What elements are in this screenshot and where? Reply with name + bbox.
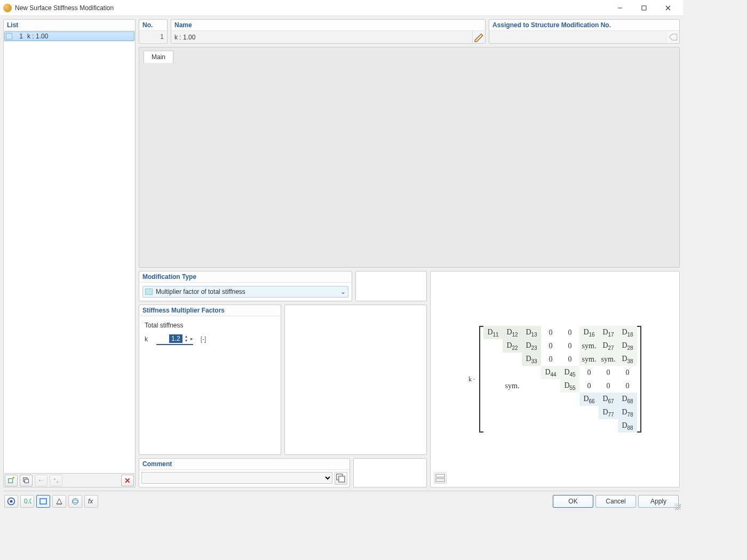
svg-point-15	[10, 500, 13, 502]
stepper-down-icon[interactable]: ▾	[184, 339, 189, 343]
copy-item-button[interactable]	[20, 475, 33, 486]
delete-item-button[interactable]: ✕	[121, 475, 134, 486]
view-rect-button[interactable]	[36, 495, 50, 508]
app-icon	[3, 4, 12, 12]
name-label: Name	[171, 20, 485, 31]
resize-grip[interactable]	[674, 503, 681, 510]
svg-point-8	[54, 478, 56, 480]
comment-select[interactable]	[141, 472, 332, 484]
minimize-button[interactable]	[608, 0, 632, 16]
list-header: List	[4, 20, 135, 31]
list-item-swatch	[6, 33, 12, 39]
svg-rect-6	[25, 479, 28, 483]
view-globe-button[interactable]	[68, 495, 82, 508]
svg-point-9	[57, 481, 59, 483]
list-body[interactable]: 1 k : 1.00	[4, 31, 135, 473]
preview-settings-button[interactable]	[434, 472, 447, 484]
pick-assign-button[interactable]	[666, 31, 679, 43]
svg-text:0.00: 0.00	[24, 498, 31, 505]
name-input[interactable]	[171, 31, 472, 43]
edit-name-button[interactable]	[472, 31, 485, 43]
svg-rect-13	[436, 478, 445, 482]
assigned-label: Assigned to Structure Modification No.	[489, 20, 679, 31]
tab-main[interactable]: Main	[144, 51, 173, 63]
comment-header: Comment	[139, 459, 349, 470]
window-title: New Surface Stiffness Modification	[15, 4, 608, 12]
no-value: 1	[139, 31, 167, 43]
k-value: 1.2	[169, 334, 182, 343]
stiffness-matrix: D11D12D1300D16D17D18 D22D2300sym.D27D28 …	[483, 326, 637, 433]
k-value-stepper[interactable]: 1.2 ▴▾ ▸	[156, 333, 193, 345]
svg-point-20	[73, 500, 78, 502]
comment-side-panel	[353, 458, 427, 487]
comment-library-button[interactable]	[335, 472, 347, 485]
view-structure-button[interactable]	[52, 495, 66, 508]
bottom-bar: 0.00 fx OK Cancel Apply	[3, 491, 680, 509]
new-item-button[interactable]	[5, 475, 18, 486]
toolbar-button-3	[35, 475, 47, 486]
modtype-header: Modification Type	[139, 271, 352, 283]
svg-rect-17	[40, 499, 46, 504]
tab-bar: Main	[139, 47, 680, 268]
svg-rect-1	[642, 6, 646, 10]
modtype-swatch	[145, 289, 153, 295]
view-function-button[interactable]: fx	[84, 495, 98, 508]
k-unit: [-]	[201, 335, 206, 343]
maximize-button[interactable]	[632, 0, 656, 16]
toolbar-button-4	[50, 475, 62, 486]
chevron-down-icon: ⌄	[340, 288, 346, 295]
modtype-select[interactable]: Multiplier factor of total stiffness ⌄	[142, 286, 348, 298]
modtype-value: Multiplier factor of total stiffness	[156, 288, 340, 295]
list-item[interactable]: 1 k : 1.00	[4, 31, 134, 41]
list-toolbar: ✕	[3, 474, 136, 487]
ok-button[interactable]: OK	[553, 495, 593, 508]
titlebar: New Surface Stiffness Modification	[0, 0, 683, 16]
stepper-menu-icon[interactable]: ▸	[190, 336, 193, 341]
help-button[interactable]	[4, 495, 18, 508]
assigned-input[interactable]	[489, 31, 666, 43]
list-item-number: 1	[15, 33, 23, 40]
svg-rect-12	[436, 474, 445, 477]
cancel-button[interactable]: Cancel	[595, 495, 636, 508]
svg-point-7	[39, 479, 41, 482]
k-label: k	[145, 335, 152, 343]
svg-point-19	[73, 498, 78, 504]
svg-rect-11	[339, 476, 345, 482]
svg-text:fx: fx	[88, 498, 93, 505]
list-item-label: k : 1.00	[27, 33, 48, 40]
matrix-prefix: k ·	[468, 375, 475, 383]
close-button[interactable]	[656, 0, 680, 16]
no-label: No.	[139, 20, 167, 31]
factors-header: Stiffness Multiplier Factors	[139, 305, 281, 316]
matrix-preview: k · D11D12D1300D16D17D18 D22D2300sym.D27…	[430, 271, 680, 487]
units-button[interactable]: 0.00	[20, 495, 34, 508]
apply-button[interactable]: Apply	[638, 495, 679, 508]
svg-rect-4	[9, 478, 13, 483]
factors-subhead: Total stiffness	[145, 322, 275, 329]
